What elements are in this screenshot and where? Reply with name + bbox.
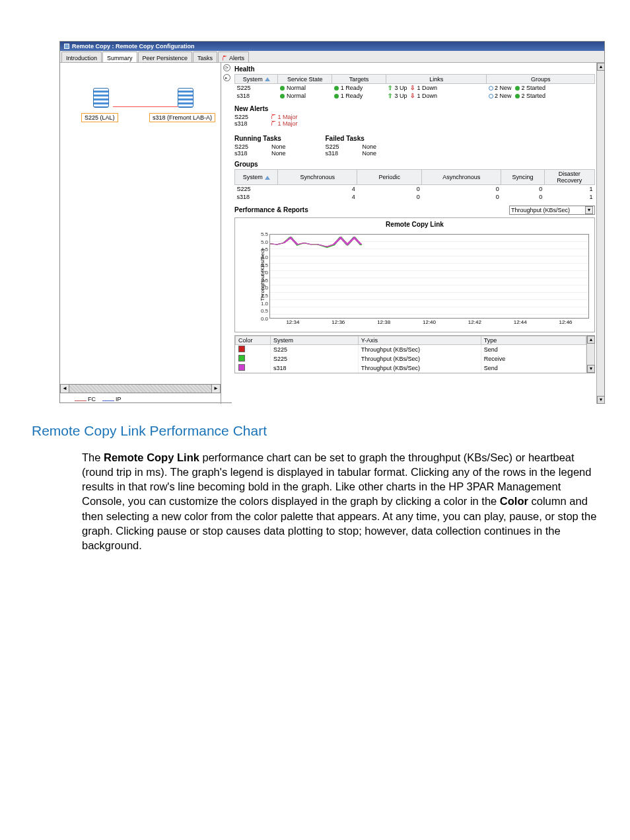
- node-s318-button[interactable]: s318 (Fremont LAB-A): [149, 113, 215, 122]
- y-tick: 4.0: [261, 254, 268, 260]
- node-s225-button[interactable]: S225 (LAL): [81, 113, 118, 122]
- tab-alerts[interactable]: Alerts: [218, 52, 249, 62]
- topology-horizontal-scrollbar[interactable]: ◄ ►: [60, 384, 221, 393]
- legend-label: FC: [88, 396, 96, 402]
- col-periodic[interactable]: Periodic: [357, 170, 422, 185]
- status-dot-icon: [334, 94, 339, 98]
- tab-introduction[interactable]: Introduction: [61, 52, 102, 62]
- scroll-down-icon[interactable]: ▼: [587, 365, 595, 373]
- cell: Receive: [481, 354, 586, 363]
- scroll-track[interactable]: [69, 384, 211, 393]
- table-row[interactable]: S225 4 0 0 0 1: [235, 185, 595, 194]
- legend-scrollbar[interactable]: ▲▼: [586, 336, 594, 373]
- col-system[interactable]: System: [235, 75, 278, 84]
- sort-asc-icon: [265, 176, 270, 180]
- col-synchronous[interactable]: Synchronous: [278, 170, 357, 185]
- topology-canvas[interactable]: S225 (LAL) s318 (Fremont LAB-A): [60, 63, 221, 380]
- col-syncing[interactable]: Syncing: [501, 170, 544, 185]
- cell: 0: [357, 185, 422, 194]
- col-color[interactable]: Color: [236, 336, 271, 345]
- col-links[interactable]: Links: [386, 75, 487, 84]
- col-groups[interactable]: Groups: [487, 75, 595, 84]
- y-tick: 2.5: [261, 277, 268, 283]
- chart-lines: [270, 235, 588, 318]
- performance-chart[interactable]: Remote Copy Link Throughput (KBs/Sec) 12…: [234, 217, 595, 332]
- cell: 1: [544, 185, 594, 194]
- play-icon[interactable]: ▸: [223, 74, 230, 81]
- cell: 4: [278, 185, 357, 194]
- x-tick: 12:38: [377, 319, 390, 325]
- cell: s318: [235, 92, 278, 100]
- tab-tasks[interactable]: Tasks: [193, 52, 217, 62]
- scroll-down-icon[interactable]: ▼: [597, 396, 605, 404]
- cell: Send: [481, 363, 586, 373]
- col-y-axis[interactable]: Y-Axis: [358, 336, 481, 345]
- main-split: S225 (LAL) s318 (Fremont LAB-A) ◄ ► FC I…: [60, 63, 604, 404]
- ip-line-icon: [102, 401, 114, 401]
- cell: s318: [326, 150, 349, 157]
- y-tick: 3.5: [261, 262, 268, 268]
- col-disaster-recovery[interactable]: Disaster Recovery: [544, 170, 594, 185]
- table-row[interactable]: s318 Normal 1 Ready ⇧3 Up ⇩1 Down 2 New …: [235, 92, 595, 100]
- scroll-up-icon[interactable]: ▲: [587, 336, 595, 344]
- col-system[interactable]: System: [271, 336, 359, 345]
- cell: s318: [234, 120, 258, 127]
- cell: 0: [422, 193, 501, 201]
- groups-table: System Synchronous Periodic Asynchronous…: [234, 169, 595, 201]
- chart-title: Remote Copy Link: [235, 221, 594, 228]
- summary-pane: ▲ ▼ Health System Service State Targets …: [232, 63, 604, 404]
- vertical-scrollbar[interactable]: ▲ ▼: [596, 63, 604, 404]
- color-swatch[interactable]: [238, 346, 245, 352]
- cell: 0: [422, 185, 501, 194]
- cell: None: [363, 143, 377, 150]
- cell: 4: [278, 193, 357, 201]
- tab-summary[interactable]: Summary: [102, 52, 137, 62]
- cell: ⇧3 Up ⇩1 Down: [386, 92, 487, 100]
- x-tick: 12:46: [559, 319, 573, 325]
- sort-asc-icon: [265, 77, 270, 81]
- table-row[interactable]: s318 4 0 0 0 1: [235, 193, 595, 201]
- legend-row[interactable]: S225Throughput (KBs/Sec)Send: [236, 345, 586, 355]
- tab-label: Summary: [107, 55, 133, 61]
- performance-heading: Performance & Reports: [234, 206, 308, 213]
- groups-heading: Groups: [234, 161, 595, 168]
- flag-icon: [271, 120, 276, 126]
- col-targets[interactable]: Targets: [332, 75, 386, 84]
- cell: S225: [271, 354, 359, 363]
- up-arrow-icon: ⇧: [388, 85, 393, 91]
- cell: Normal: [278, 92, 332, 100]
- storage-node-icon: [178, 88, 196, 110]
- cell: Throughput (KBs/Sec): [358, 345, 481, 355]
- y-tick: 3.0: [261, 270, 268, 276]
- scroll-up-icon[interactable]: ▲: [597, 63, 605, 71]
- scroll-left-icon[interactable]: ◄: [60, 384, 69, 393]
- status-dot-icon: [280, 86, 285, 91]
- tab-label: Alerts: [229, 55, 244, 61]
- col-asynchronous[interactable]: Asynchronous: [422, 170, 501, 185]
- metric-dropdown[interactable]: Throughput (KBs/Sec) ▼: [509, 206, 595, 215]
- refresh-icon[interactable]: ⟳: [223, 64, 230, 71]
- tab-peer-persistence[interactable]: Peer Persistence: [138, 52, 193, 62]
- table-row[interactable]: S225 Normal 1 Ready ⇧3 Up ⇩1 Down 2 New …: [235, 84, 595, 93]
- legend-row[interactable]: s318Throughput (KBs/Sec)Send: [236, 363, 586, 373]
- scroll-right-icon[interactable]: ►: [211, 384, 221, 393]
- fc-line-icon: [75, 401, 87, 401]
- color-swatch[interactable]: [238, 355, 245, 362]
- new-alerts-heading: New Alerts: [234, 105, 595, 112]
- y-tick: 4.5: [261, 247, 268, 252]
- y-tick: 5.0: [261, 239, 268, 245]
- flag-icon: [223, 56, 227, 61]
- toolbar-column: ⟳ ▸: [221, 63, 232, 404]
- cell: Send: [481, 345, 586, 355]
- cell: 2 New 2 Started: [487, 92, 595, 100]
- col-type[interactable]: Type: [481, 336, 586, 345]
- y-tick: 1.5: [261, 293, 268, 299]
- x-tick: 12:34: [286, 319, 299, 325]
- col-system[interactable]: System: [235, 170, 278, 185]
- new-circle-icon: [489, 94, 493, 98]
- storage-node-icon: [93, 88, 112, 110]
- col-service-state[interactable]: Service State: [278, 75, 332, 84]
- summary-content: Health System Service State Targets Link…: [234, 64, 595, 404]
- color-swatch[interactable]: [238, 364, 245, 371]
- legend-row[interactable]: S225Throughput (KBs/Sec)Receive: [236, 354, 586, 363]
